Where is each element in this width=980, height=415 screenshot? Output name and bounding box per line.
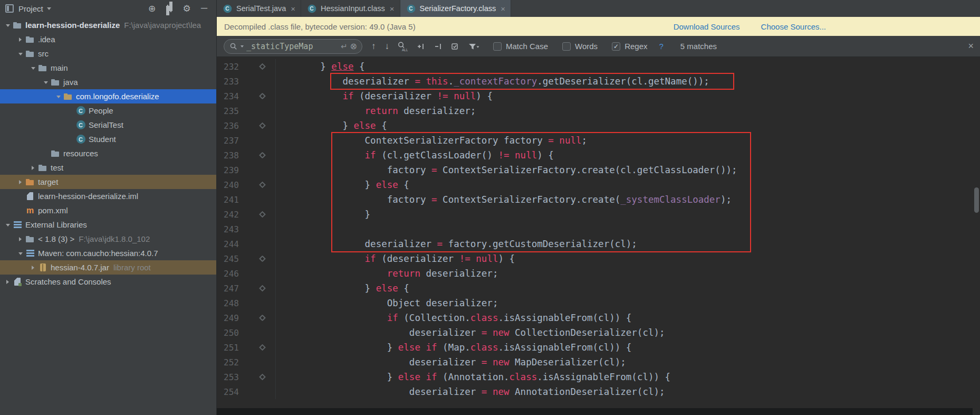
tree-item-learn-hession-deserialize[interactable]: learn-hession-deserializeF:\java\javapro… bbox=[0, 18, 216, 32]
code-line[interactable]: 236 } else { bbox=[217, 118, 980, 133]
tree-item-test[interactable]: test bbox=[0, 161, 216, 175]
horizontal-scrollbar[interactable] bbox=[217, 408, 973, 415]
code-line[interactable]: 235 return deserializer; bbox=[217, 103, 980, 118]
code-line[interactable]: 251 } else if (Map.class.isAssignableFro… bbox=[217, 340, 980, 355]
tree-item-pom-xml[interactable]: pom.xml bbox=[0, 203, 216, 218]
choose-sources-link[interactable]: Choose Sources... bbox=[761, 22, 826, 31]
tree-item-resources[interactable]: resources bbox=[0, 146, 216, 161]
tab-hessianinput-class[interactable]: HessianInput.class× bbox=[301, 0, 400, 17]
chevron-down-icon[interactable] bbox=[3, 22, 13, 29]
tree-item-scratches-and-consoles[interactable]: Scratches and Consoles bbox=[0, 275, 216, 289]
tree-item-maven-com-caucho-hessian-4-0-7[interactable]: Maven: com.caucho:hessian:4.0.7 bbox=[0, 246, 216, 260]
tab-serialtest-java[interactable]: SerialTest.java× bbox=[217, 0, 301, 17]
code-line[interactable]: 247 } else { bbox=[217, 281, 980, 296]
chevron-right-icon[interactable] bbox=[16, 237, 25, 241]
chevron-down-icon[interactable] bbox=[54, 93, 63, 100]
gear-icon[interactable]: ⚙ bbox=[180, 3, 194, 14]
search-history-chevron-icon[interactable] bbox=[241, 45, 244, 49]
tree-item-1-8-3[interactable]: < 1.8 (3) >F:\java\jdk1.8.0_102 bbox=[0, 232, 216, 246]
vertical-scrollbar[interactable] bbox=[974, 187, 979, 213]
add-occurrence-icon[interactable] bbox=[416, 42, 425, 51]
previous-occurrence-icon[interactable]: ↑ bbox=[371, 41, 376, 52]
fold-marker-icon[interactable] bbox=[259, 63, 266, 70]
select-all-occurrences-icon[interactable] bbox=[450, 42, 460, 51]
code-line[interactable]: 250 deserializer = new CollectionDeseria… bbox=[217, 325, 980, 340]
chevron-down-icon[interactable] bbox=[16, 50, 25, 58]
fold-marker-icon[interactable] bbox=[259, 285, 266, 292]
tree-indent bbox=[0, 182, 16, 182]
gutter bbox=[242, 340, 276, 355]
search-option-words[interactable]: Words bbox=[562, 42, 598, 51]
chevron-down-icon[interactable] bbox=[16, 250, 25, 257]
fold-marker-icon[interactable] bbox=[259, 315, 266, 322]
checkbox-icon[interactable]: ✓ bbox=[612, 42, 620, 51]
code-line[interactable]: 232 } else { bbox=[217, 59, 980, 74]
fold-marker-icon[interactable] bbox=[259, 182, 266, 188]
fold-marker-icon[interactable] bbox=[259, 93, 266, 100]
close-search-icon[interactable]: × bbox=[968, 41, 974, 52]
tree-item-src[interactable]: src bbox=[0, 46, 216, 61]
fold-marker-icon[interactable] bbox=[259, 256, 266, 262]
view-options-icon[interactable] bbox=[165, 4, 174, 13]
chevron-right-icon[interactable] bbox=[16, 180, 25, 184]
chevron-down-icon[interactable] bbox=[41, 79, 51, 86]
find-all-icon[interactable]: ALL bbox=[397, 41, 408, 52]
tree-item-java[interactable]: java bbox=[0, 75, 216, 89]
code-text: deserializer = new MapDeserializer(cl); bbox=[276, 357, 626, 367]
fold-marker-icon[interactable] bbox=[259, 122, 266, 129]
chevron-right-icon[interactable] bbox=[3, 280, 13, 284]
folder-icon bbox=[25, 35, 35, 44]
tree-item-student[interactable]: Student bbox=[0, 132, 216, 146]
search-option-match-case[interactable]: Match Case bbox=[493, 42, 548, 51]
tree-item-serialtest[interactable]: SerialTest bbox=[0, 118, 216, 132]
code-line[interactable]: 245 if (deserializer != null) { bbox=[217, 251, 980, 266]
code-line[interactable]: 253 } else if (Annotation.class.isAssign… bbox=[217, 370, 980, 384]
tree-item-com-longofo-deserialize[interactable]: com.longofo.deserialize bbox=[0, 89, 216, 103]
code-line[interactable]: 248 Object deserializer; bbox=[217, 296, 980, 310]
chevron-down-icon[interactable] bbox=[3, 221, 13, 229]
search-input[interactable]: _staticTypeMap ↵ ⊗ bbox=[224, 39, 362, 54]
code-line[interactable]: 246 return deserializer; bbox=[217, 266, 980, 281]
line-number: 233 bbox=[217, 77, 242, 87]
chevron-right-icon[interactable] bbox=[16, 37, 25, 42]
tree-item-learn-hession-deserialize-iml[interactable]: learn-hession-deserialize.iml bbox=[0, 189, 216, 203]
fold-marker-icon[interactable] bbox=[259, 152, 266, 159]
chevron-right-icon[interactable] bbox=[28, 166, 38, 170]
tree-item-external-libraries[interactable]: External Libraries bbox=[0, 218, 216, 232]
close-tab-icon[interactable]: × bbox=[501, 4, 505, 13]
fold-marker-icon[interactable] bbox=[259, 374, 266, 381]
chevron-right-icon[interactable] bbox=[28, 266, 38, 270]
tool-window-icon bbox=[5, 4, 14, 13]
tree-item-people[interactable]: People bbox=[0, 103, 216, 118]
chevron-down-icon[interactable] bbox=[47, 7, 51, 12]
code-line[interactable]: 252 deserializer = new MapDeserializer(c… bbox=[217, 355, 980, 370]
code-line[interactable]: 249 if (Collection.class.isAssignableFro… bbox=[217, 310, 980, 325]
download-sources-link[interactable]: Download Sources bbox=[674, 22, 740, 31]
fold-marker-icon[interactable] bbox=[259, 344, 266, 351]
line-number: 238 bbox=[217, 150, 242, 161]
regex-help-link[interactable]: ? bbox=[659, 42, 663, 51]
tree-item-target[interactable]: target bbox=[0, 175, 216, 189]
code-line[interactable]: 254 deserializer = new AnnotationDeseria… bbox=[217, 384, 980, 399]
gutter bbox=[242, 251, 276, 266]
next-occurrence-icon[interactable]: ↓ bbox=[385, 41, 390, 52]
code-line[interactable]: 234 if (deserializer != null) { bbox=[217, 89, 980, 103]
clear-search-icon[interactable]: ⊗ bbox=[350, 41, 357, 51]
locate-file-icon[interactable]: ⊕ bbox=[145, 3, 159, 14]
checkbox-icon[interactable] bbox=[562, 42, 571, 51]
chevron-down-icon[interactable] bbox=[28, 64, 38, 72]
close-tab-icon[interactable]: × bbox=[390, 4, 395, 13]
checkbox-icon[interactable] bbox=[493, 42, 502, 51]
close-tab-icon[interactable]: × bbox=[291, 4, 295, 13]
gutter bbox=[242, 133, 276, 148]
fold-marker-icon[interactable] bbox=[259, 211, 266, 218]
filter-icon[interactable] bbox=[468, 42, 479, 51]
tab-serializerfactory-class[interactable]: SerializerFactory.class× bbox=[400, 0, 512, 17]
tree-item-hessian-4-0-7-jar[interactable]: hessian-4.0.7.jarlibrary root bbox=[0, 260, 216, 275]
search-option-regex[interactable]: ✓Regex bbox=[612, 42, 647, 51]
line-number: 244 bbox=[217, 239, 242, 249]
tree-item-main[interactable]: main bbox=[0, 61, 216, 75]
tree-item-idea[interactable]: .idea bbox=[0, 32, 216, 46]
remove-occurrence-icon[interactable] bbox=[433, 42, 443, 51]
hide-panel-icon[interactable]: ─ bbox=[197, 3, 211, 14]
